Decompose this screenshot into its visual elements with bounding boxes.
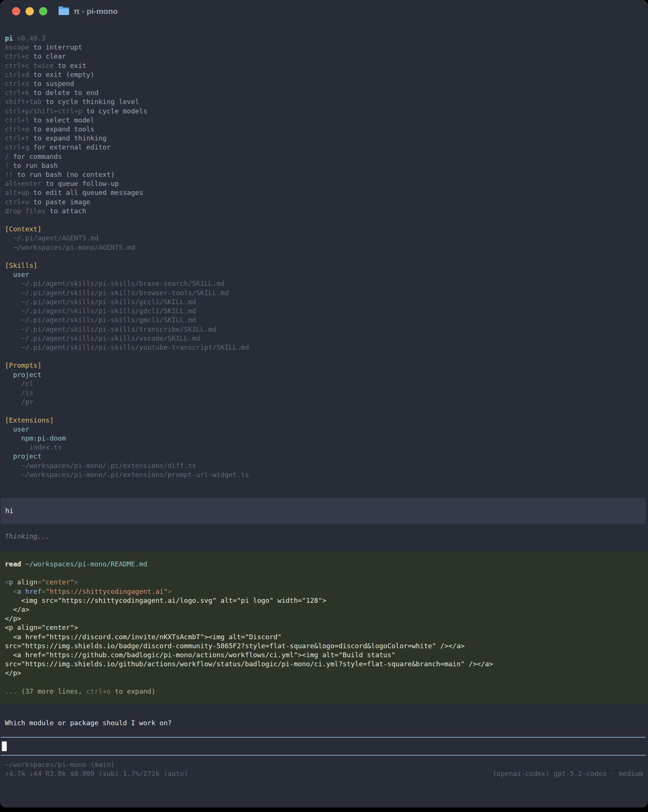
minimize-button[interactable] xyxy=(26,7,34,15)
terminal-line xyxy=(5,215,643,224)
status-model-info: (openai-codex) gpt-5.2-codex · medium xyxy=(492,769,643,778)
terminal-line: ctrl+l to select model xyxy=(5,116,643,125)
terminal-line: ctrl+z to suspend xyxy=(5,79,643,88)
terminal-line: ctrl+c to clear xyxy=(5,52,643,61)
terminal-line: ctrl+g for external editor xyxy=(5,143,643,152)
terminal-line: read ~/workspaces/pi-mono/README.md xyxy=(5,560,643,569)
terminal-line: alt+enter to queue follow-up xyxy=(5,179,643,188)
terminal-line: ~/.pi/agent/AGENTS.md xyxy=(5,234,643,243)
terminal-line: ~/.pi/agent/skills/pi-skills/youtube-tra… xyxy=(5,343,643,352)
status-bar: ~/workspaces/pi-mono (main) ↑4.7k ↓44 R3… xyxy=(0,760,648,778)
status-usage-stats: ↑4.7k ↓44 R3.8k $0.009 (sub) 1.7%/272k (… xyxy=(5,769,188,778)
terminal-line xyxy=(5,406,643,415)
thinking-indicator: Thinking... xyxy=(0,532,648,541)
terminal-line: [Prompts] xyxy=(5,361,643,370)
terminal-line: user xyxy=(5,425,643,434)
terminal-line: ~/.pi/agent/skills/pi-skills/vscode/SKIL… xyxy=(5,334,643,343)
terminal-line: !! to run bash (no context) xyxy=(5,170,643,179)
status-cwd: ~/workspaces/pi-mono (main) xyxy=(5,760,643,769)
terminal-line: ctrl+p/shift+ctrl+p to cycle models xyxy=(5,107,643,116)
terminal-line: <a href="https://github.com/badlogic/pi-… xyxy=(5,650,643,659)
terminal-line xyxy=(5,569,643,578)
window-title: π - pi-mono xyxy=(73,7,118,16)
terminal-line: ~/.pi/agent/skills/pi-skills/transcribe/… xyxy=(5,325,643,334)
terminal-line: ctrl+v to paste image xyxy=(5,198,643,206)
terminal-line: <p align="center"> xyxy=(5,578,643,587)
assistant-message: Which module or package should I work on… xyxy=(0,719,648,728)
terminal-line: npm:pi-doom xyxy=(5,434,643,443)
user-message: hi xyxy=(1,498,646,524)
terminal-line: pi v0.49.3 xyxy=(5,34,643,43)
terminal-line: </p> xyxy=(5,614,643,623)
close-button[interactable] xyxy=(12,7,20,15)
terminal-line: ~/workspaces/pi-mono/AGENTS.md xyxy=(5,243,643,252)
terminal-line: ~/.pi/agent/skills/pi-skills/gdcli/SKILL… xyxy=(5,307,643,316)
terminal-line: </a> xyxy=(5,605,643,614)
terminal-line: <a href="https://shittycodingagent.ai"> xyxy=(5,587,643,596)
terminal-line: drop files to attach xyxy=(5,206,643,215)
terminal-line: [Skills] xyxy=(5,261,643,270)
folder-icon xyxy=(59,8,69,15)
terminal-line: ~/.pi/agent/skills/pi-skills/gmcli/SKILL… xyxy=(5,316,643,325)
terminal-line xyxy=(5,252,643,261)
terminal-line: ~/.pi/agent/skills/pi-skills/brave-searc… xyxy=(5,279,643,288)
prompt-input[interactable] xyxy=(1,737,646,756)
terminal-line: user xyxy=(5,270,643,279)
terminal-window: π - pi-mono pi v0.49.3escape to interrup… xyxy=(0,0,648,807)
terminal-line: <p align="center"> xyxy=(5,623,643,632)
terminal-line: <a href="https://discord.com/invite/nKXT… xyxy=(5,632,643,641)
zoom-button[interactable] xyxy=(39,7,47,15)
terminal-line: alt+up to edit all queued messages xyxy=(5,188,643,197)
terminal-content: pi v0.49.3escape to interruptctrl+c to c… xyxy=(0,23,648,778)
terminal-line: ... (37 more lines, ctrl+o to expand) xyxy=(5,687,643,696)
terminal-line: project xyxy=(5,452,643,461)
terminal-line: src="https://img.shields.io/badge/discor… xyxy=(5,641,643,650)
terminal-line xyxy=(5,678,643,687)
terminal-line: ctrl+k to delete to end xyxy=(5,88,643,97)
terminal-line: ctrl+t to expand thinking xyxy=(5,134,643,143)
terminal-line: index.ts xyxy=(5,443,643,452)
terminal-line: ~/.pi/agent/skills/pi-skills/gccli/SKILL… xyxy=(5,298,643,307)
terminal-line: src="https://img.shields.io/github/actio… xyxy=(5,659,643,669)
terminal-line: project xyxy=(5,370,643,379)
terminal-line: ~/workspaces/pi-mono/.pi/extensions/prom… xyxy=(5,470,643,479)
title-bar: π - pi-mono xyxy=(0,0,648,23)
terminal-line: /pr xyxy=(5,397,643,406)
terminal-line: [Extensions] xyxy=(5,416,643,425)
terminal-line: shift+tab to cycle thinking level xyxy=(5,97,643,106)
terminal-line: ctrl+d to exit (empty) xyxy=(5,70,643,79)
terminal-line: /cl xyxy=(5,379,643,388)
terminal-line: ctrl+o to expand tools xyxy=(5,125,643,134)
terminal-line: / for commands xyxy=(5,152,643,161)
tool-output-block: read ~/workspaces/pi-mono/README.md <p a… xyxy=(0,551,648,704)
screen: π - pi-mono pi v0.49.3escape to interrup… xyxy=(0,0,648,812)
terminal-line xyxy=(5,352,643,361)
terminal-line: <img src="https://shittycodingagent.ai/l… xyxy=(5,596,643,605)
terminal-line: /is xyxy=(5,388,643,397)
terminal-line: escape to interrupt xyxy=(5,43,643,52)
terminal-line: </p> xyxy=(5,669,643,678)
terminal-line: ~/workspaces/pi-mono/.pi/extensions/diff… xyxy=(5,461,643,470)
terminal-line: [Context] xyxy=(5,224,643,234)
terminal-line: ~/.pi/agent/skills/pi-skills/browser-too… xyxy=(5,288,643,298)
text-cursor xyxy=(2,742,7,751)
session-info-lines: pi v0.49.3escape to interruptctrl+c to c… xyxy=(0,34,648,479)
terminal-line: ! to run bash xyxy=(5,161,643,170)
terminal-line: ctrl+c twice to exit xyxy=(5,61,643,70)
